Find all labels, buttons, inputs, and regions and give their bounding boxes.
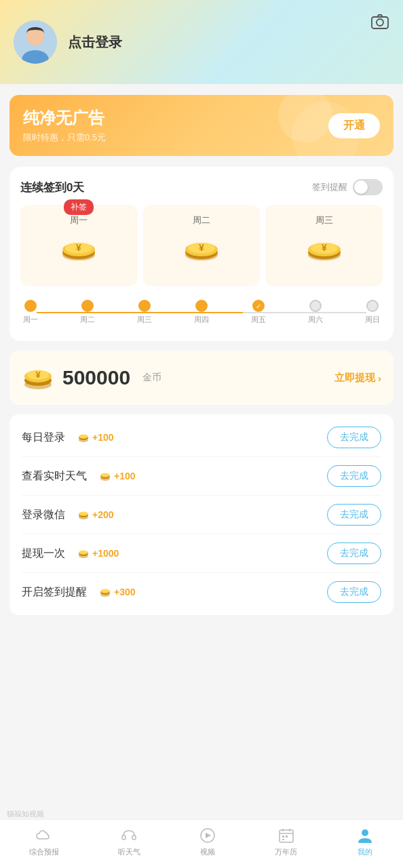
task-left-2: 查看实时天气 +100 — [22, 469, 136, 484]
task-row-weather: 查看实时天气 +100 去完成 — [22, 457, 381, 496]
reward-coin-icon-3 — [77, 509, 90, 521]
task-reward-2: +100 — [99, 470, 136, 482]
camera-icon[interactable] — [370, 12, 389, 31]
day-card-monday[interactable]: 补签 周一 ¥ — [20, 205, 138, 286]
nav-item-video[interactable]: 视频 — [199, 827, 216, 857]
dot-label-sunday: 周日 — [365, 315, 380, 325]
ad-subtitle: 限时特惠，只需0.5元 — [23, 132, 106, 144]
day-label-2: 周二 — [149, 214, 255, 226]
task-reward-5: +300 — [99, 586, 136, 598]
task-row-withdraw: 提现一次 +1000 去完成 — [22, 534, 381, 573]
dot-tuesday — [81, 300, 94, 312]
task-left-5: 开启签到提醒 +300 — [22, 585, 136, 599]
svg-rect-46 — [132, 835, 136, 840]
ad-title: 纯净无广告 — [23, 107, 106, 129]
coin-icon-2: ¥ — [181, 233, 222, 274]
person-icon — [356, 827, 374, 844]
task-reward-4: +1000 — [77, 547, 119, 559]
complete-btn-2[interactable]: 去完成 — [327, 465, 381, 487]
nav-item-audio[interactable]: 听天气 — [118, 827, 140, 857]
nav-label-calendar: 万年历 — [275, 847, 297, 857]
task-name-5: 开启签到提醒 — [22, 585, 87, 599]
svg-rect-45 — [122, 835, 126, 840]
dot-label-thursday: 周四 — [194, 315, 209, 325]
task-row-daily-login: 每日登录 +100 去完成 — [22, 427, 381, 457]
day-cards: 补签 周一 ¥ 周二 ¥ 周三 — [20, 205, 383, 286]
reminder-label: 签到提醒 — [312, 181, 347, 193]
makeup-badge: 补签 — [64, 199, 94, 215]
headphone-icon — [120, 827, 138, 844]
coins-summary: ¥ 500000 金币 立即提现 › — [9, 351, 394, 405]
day-card-wednesday[interactable]: 周三 ¥ — [265, 205, 383, 286]
withdraw-button[interactable]: 立即提现 › — [334, 372, 381, 384]
svg-rect-53 — [282, 835, 284, 837]
reward-coin-icon-1 — [77, 431, 90, 443]
big-coin-icon: ¥ — [22, 361, 54, 394]
svg-point-40 — [79, 551, 88, 554]
svg-point-28 — [79, 435, 88, 438]
nav-item-forecast[interactable]: 综合预报 — [29, 827, 59, 857]
watermark: 猫福知视频 — [7, 809, 44, 819]
bottom-nav: 综合预报 听天气 视频 万年历 我的 — [0, 819, 403, 868]
progress-wednesday: 周三 — [137, 300, 152, 325]
signin-header: 连续签到0天 签到提醒 — [20, 179, 383, 195]
task-left-4: 提现一次 +1000 — [22, 547, 119, 561]
progress-monday: 周一 — [23, 300, 38, 325]
login-text[interactable]: 点击登录 — [68, 33, 122, 52]
nav-label-forecast: 综合预报 — [29, 847, 59, 857]
coins-amount: 500000 — [62, 366, 130, 389]
signin-card: 连续签到0天 签到提醒 补签 周一 ¥ 周二 — [9, 167, 394, 341]
task-left-1: 每日登录 +100 — [22, 431, 114, 445]
dot-wednesday — [138, 300, 151, 312]
complete-btn-1[interactable]: 去完成 — [327, 427, 381, 448]
svg-point-32 — [101, 473, 109, 477]
complete-btn-5[interactable]: 去完成 — [327, 581, 381, 603]
svg-text:¥: ¥ — [76, 242, 81, 253]
reward-coin-icon-2 — [99, 470, 111, 482]
nav-label-video: 视频 — [200, 847, 215, 857]
ad-banner[interactable]: 纯净无广告 限时特惠，只需0.5元 开通 — [9, 95, 394, 156]
dot-saturday — [309, 300, 322, 312]
task-row-reminder: 开启签到提醒 +300 去完成 — [22, 573, 381, 603]
header-section: 点击登录 — [0, 0, 403, 84]
dot-label-friday: 周五 — [251, 315, 266, 325]
svg-point-36 — [79, 512, 88, 515]
svg-point-1 — [377, 19, 383, 26]
signin-title: 连续签到0天 — [20, 180, 84, 195]
coins-unit: 金币 — [142, 372, 161, 384]
svg-text:¥: ¥ — [199, 242, 204, 253]
dot-thursday — [195, 300, 208, 312]
task-row-wechat: 登录微信 +200 去完成 — [22, 496, 381, 534]
task-list: 每日登录 +100 去完成 查看实时天气 — [9, 414, 394, 615]
coin-icon-3: ¥ — [304, 233, 345, 274]
svg-text:¥: ¥ — [322, 242, 327, 253]
day-card-tuesday[interactable]: 周二 ¥ — [143, 205, 261, 286]
task-name-3: 登录微信 — [22, 508, 65, 522]
progress-saturday: 周六 — [308, 300, 323, 325]
user-row[interactable]: 点击登录 — [14, 20, 389, 64]
ad-open-button[interactable]: 开通 — [328, 113, 380, 138]
complete-btn-4[interactable]: 去完成 — [327, 542, 381, 564]
reward-coin-icon-5 — [99, 586, 111, 598]
avatar — [14, 20, 57, 64]
task-name-1: 每日登录 — [22, 431, 65, 445]
coins-left: ¥ 500000 金币 — [22, 361, 161, 394]
dot-label-wednesday: 周三 — [137, 315, 152, 325]
complete-btn-3[interactable]: 去完成 — [327, 504, 381, 526]
day-label-3: 周三 — [271, 214, 377, 226]
reward-coin-icon-4 — [77, 547, 90, 559]
svg-rect-54 — [286, 835, 288, 837]
nav-label-audio: 听天气 — [118, 847, 140, 857]
cloud-icon — [35, 827, 53, 844]
svg-rect-55 — [282, 839, 284, 840]
reminder-toggle[interactable] — [353, 179, 383, 195]
progress-friday: ✓ 周五 — [251, 300, 266, 325]
task-name-4: 提现一次 — [22, 547, 65, 561]
task-reward-3: +200 — [77, 509, 114, 521]
nav-item-calendar[interactable]: 万年历 — [275, 827, 297, 857]
ad-text: 纯净无广告 限时特惠，只需0.5元 — [23, 107, 106, 144]
task-name-2: 查看实时天气 — [22, 469, 87, 484]
nav-item-profile[interactable]: 我的 — [356, 827, 374, 857]
dot-label-tuesday: 周二 — [80, 315, 95, 325]
svg-marker-48 — [206, 833, 211, 838]
